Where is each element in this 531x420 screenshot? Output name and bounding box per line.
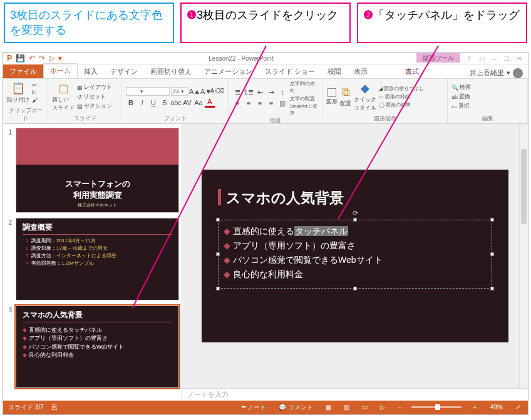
char-spacing-button[interactable]: AV — [182, 98, 192, 108]
scrollbar-thumb[interactable] — [521, 149, 527, 224]
change-case-button[interactable]: Aa — [193, 98, 204, 108]
columns-button[interactable]: ▥ — [277, 98, 287, 108]
zoom-level[interactable]: 49% — [488, 404, 505, 411]
tab-home[interactable]: ホーム — [43, 63, 78, 78]
thumb2-item-4: 有効回答数：1,254サンプル — [31, 260, 172, 267]
view-slideshow-icon[interactable]: ▷ — [378, 404, 388, 411]
shape-fill-icon: ◢ — [379, 86, 383, 91]
help-icon[interactable]: ? — [464, 55, 474, 62]
grow-font-button[interactable]: A▲ — [190, 86, 200, 96]
thumb3-title: スマホの人気背景 — [23, 310, 172, 322]
ribbon-display-options-icon[interactable]: ▭ — [477, 55, 487, 62]
bullet-1[interactable]: 直感的に使えるタッチパネル — [224, 224, 487, 238]
paste-button[interactable]: 📋 貼り付け — [7, 81, 29, 104]
bullet-4[interactable]: 良心的な利用料金 — [224, 267, 487, 282]
font-family-select[interactable]: ▾ — [126, 87, 170, 96]
slide-title[interactable]: スマホの人気背景 — [218, 188, 344, 208]
slide-canvas[interactable]: スマホの人気背景 ⟳ 直感的に使えるタッチパネル アプリ（専用ソフト）の豊富さ … — [182, 124, 528, 388]
text-shadow-button[interactable]: abc — [171, 98, 181, 108]
bullet-1-selection[interactable]: タッチパネル — [294, 226, 348, 236]
qat-customize-icon[interactable]: ▾ — [58, 54, 62, 63]
tab-transitions[interactable]: 画面切り替え — [144, 64, 198, 78]
view-sorter-icon[interactable]: ▥ — [341, 404, 352, 411]
italic-button[interactable]: I — [137, 98, 147, 108]
slide-indicator[interactable]: スライド 3/7 — [8, 403, 44, 412]
notes-toggle[interactable]: ≐ ノート — [239, 403, 269, 412]
view-reading-icon[interactable]: ▭ — [359, 404, 370, 411]
thumbnail-slide-2[interactable]: 調査概要 調査期間：2011年8月～11月 調査対象：17歳～70歳までの男女 … — [16, 218, 179, 300]
tab-design[interactable]: デザイン — [104, 64, 144, 78]
maximize-icon[interactable]: ☐ — [502, 55, 512, 62]
numbering-button[interactable]: 1≣ — [244, 87, 254, 97]
zoom-out-button[interactable]: − — [395, 404, 404, 411]
tab-file[interactable]: ファイル — [3, 64, 43, 78]
thumbnail-slide-3[interactable]: スマホの人気背景 直感的に使えるタッチパネル アプリ（専用ソフト）の豊富さ パソ… — [16, 305, 179, 388]
rotate-handle-icon[interactable]: ⟳ — [353, 209, 358, 217]
minimize-icon[interactable]: — — [489, 55, 499, 62]
line-spacing-button[interactable]: ↕ — [277, 87, 287, 97]
qat-save-icon[interactable]: 💾 — [16, 54, 25, 63]
format-painter-icon: 🖌 — [32, 97, 38, 103]
thumb-number-1: 1 — [6, 128, 12, 213]
text-direction-button[interactable]: 文字列の方向 — [290, 80, 318, 94]
thumbnail-slide-1[interactable]: スマートフォンの 利用実態調査 株式会社マホネット — [16, 128, 179, 213]
font-size-select[interactable]: 24 ▾ — [171, 87, 188, 96]
section-button[interactable]: ▤セクション — [77, 102, 112, 110]
slide-3[interactable]: スマホの人気背景 ⟳ 直感的に使えるタッチパネル アプリ（専用ソフト）の豊富さ … — [202, 170, 508, 342]
tab-insert[interactable]: 挿入 — [78, 64, 104, 78]
view-normal-icon[interactable]: ▦ — [323, 404, 334, 411]
font-color-button[interactable]: A — [205, 98, 215, 108]
zoom-slider-thumb[interactable] — [435, 404, 440, 410]
quick-styles-label: クイック スタイル — [354, 96, 376, 112]
thumb3-bullet-3: パソコン感覚で閲覧できるWebサイト — [23, 343, 172, 352]
format-painter-button[interactable]: 🖌 — [32, 97, 38, 103]
account-area[interactable]: 井上香緒里 ▾ — [465, 68, 528, 78]
arrange-button[interactable]: ⧉配置 — [340, 86, 351, 108]
find-button[interactable]: 🔍検索 — [451, 83, 471, 91]
shape-outline-button[interactable]: ▭図形の枠線 — [379, 93, 424, 100]
decrease-indent-button[interactable]: ⇤ — [255, 87, 265, 97]
justify-button[interactable]: ≡ — [266, 98, 276, 108]
spellcheck-icon[interactable]: 呂 — [51, 403, 58, 412]
strike-button[interactable]: S — [160, 98, 170, 108]
bullet-3[interactable]: パソコン感覚で閲覧できるWebサイト — [224, 253, 487, 267]
tab-review[interactable]: 校閲 — [321, 64, 348, 78]
group-paragraph: ≣ 1≣ ⇤ ⇥ ↕ ≡ ≡ ≡ ≡ ▥ 文字列の方向 — [229, 79, 322, 123]
replace-button[interactable]: ab置換 — [451, 93, 471, 101]
close-icon[interactable]: ✕ — [514, 55, 524, 62]
content-placeholder[interactable]: ⟳ 直感的に使えるタッチパネル アプリ（専用ソフト）の豊富さ パソコン感覚で閲覧… — [218, 220, 492, 289]
copy-button[interactable]: ⎘ — [32, 90, 38, 96]
select-button[interactable]: ▭選択 — [451, 102, 471, 110]
increase-indent-button[interactable]: ⇥ — [266, 87, 276, 97]
reset-button[interactable]: ↺リセット — [77, 93, 112, 101]
fit-to-window-icon[interactable]: ⤢ — [513, 404, 523, 411]
tab-slideshow[interactable]: スライド ショー — [259, 64, 321, 78]
vertical-scrollbar[interactable] — [519, 124, 528, 388]
layout-icon: ▦ — [77, 85, 83, 91]
new-slide-button[interactable]: ▢ 新しい スライド — [52, 81, 75, 112]
app-icon: P — [7, 54, 12, 63]
thumb3-bullet-4: 良心的な利用料金 — [23, 351, 172, 360]
align-center-button[interactable]: ≡ — [244, 98, 254, 108]
bold-button[interactable]: B — [126, 98, 136, 108]
align-right-button[interactable]: ≡ — [255, 98, 265, 108]
qat-undo-icon[interactable]: ↶ — [29, 54, 35, 63]
clear-formatting-button[interactable]: A⌫ — [212, 86, 222, 96]
align-text-button[interactable]: 文字の配置 — [290, 95, 318, 102]
bullet-2[interactable]: アプリ（専用ソフト）の豊富さ — [224, 238, 487, 253]
zoom-in-button[interactable]: ＋ — [469, 403, 480, 412]
quick-styles-button[interactable]: ◆クイック スタイル — [354, 81, 376, 112]
notes-pane[interactable]: ノートを入力 — [182, 388, 528, 401]
layout-button[interactable]: ▦レイアウト — [77, 83, 112, 91]
cut-button[interactable]: ✂ — [32, 82, 38, 88]
comments-toggle[interactable]: 💬 コメント — [276, 403, 316, 412]
zoom-slider[interactable] — [411, 406, 461, 408]
tab-view[interactable]: 表示 — [348, 64, 374, 78]
convert-smartart-button[interactable]: SmartArt に変換 — [290, 103, 318, 116]
shape-fill-button[interactable]: ◢図形の塗りつぶし — [379, 85, 424, 92]
underline-button[interactable]: U — [148, 98, 158, 108]
qat-redo-icon[interactable]: ↷ — [39, 54, 45, 63]
shapes-button[interactable]: 図形 — [326, 88, 338, 106]
align-text-label: 文字の配置 — [290, 95, 315, 102]
qat-slideshow-icon[interactable]: ▷ — [49, 54, 54, 63]
